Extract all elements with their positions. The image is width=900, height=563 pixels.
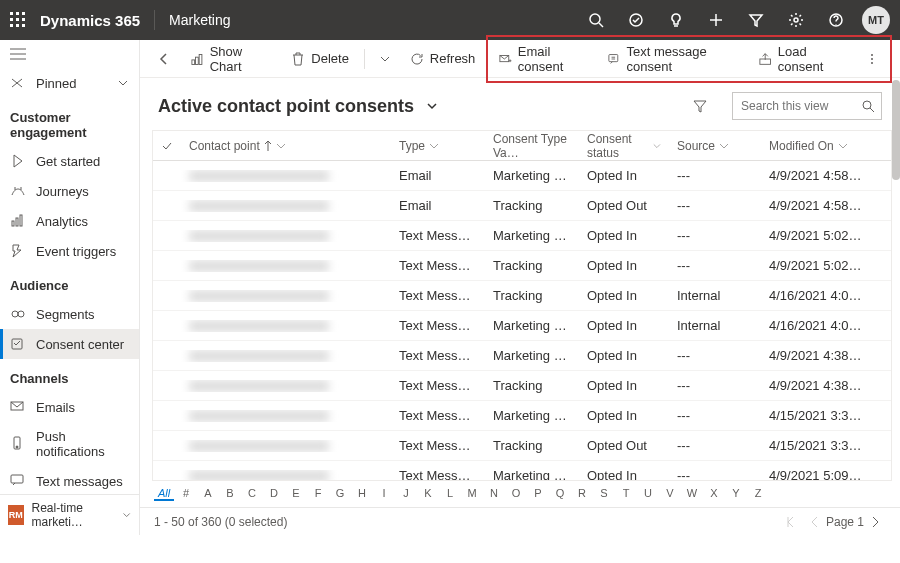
svg-rect-35	[199, 54, 202, 64]
push-icon	[10, 436, 26, 452]
sidebar-item-consent-center[interactable]: Consent center	[0, 329, 139, 359]
alpha-X[interactable]: X	[704, 487, 724, 501]
alpha-All[interactable]: All	[154, 487, 174, 501]
next-page-icon[interactable]	[868, 515, 882, 529]
hamburger-icon[interactable]	[10, 48, 26, 60]
more-commands-button[interactable]	[856, 47, 888, 71]
sidebar-item-journeys[interactable]: Journeys	[0, 176, 139, 206]
alpha-S[interactable]: S	[594, 487, 614, 501]
alpha-D[interactable]: D	[264, 487, 284, 501]
table-row[interactable]: Text MessageTrackingOpted Out---4/15/202…	[153, 431, 891, 461]
table-row[interactable]: EmailMarketing Co…Opted In---4/9/2021 4:…	[153, 161, 891, 191]
table-row[interactable]: Text MessageTrackingOpted In---4/9/2021 …	[153, 251, 891, 281]
alpha-O[interactable]: O	[506, 487, 526, 501]
sidebar-item-analytics[interactable]: Analytics	[0, 206, 139, 236]
first-page-icon[interactable]	[786, 515, 800, 529]
delete-button[interactable]: Delete	[282, 46, 358, 71]
cell-status: Opted In	[579, 378, 669, 393]
select-all-checkbox[interactable]	[153, 140, 181, 152]
search-icon[interactable]	[861, 99, 875, 113]
delete-dropdown[interactable]	[371, 49, 399, 69]
alpha-A[interactable]: A	[198, 487, 218, 501]
alpha-J[interactable]: J	[396, 487, 416, 501]
alpha-C[interactable]: C	[242, 487, 262, 501]
sort-asc-icon	[264, 141, 272, 151]
text-consent-button[interactable]: Text message consent	[599, 39, 750, 79]
svg-rect-1	[16, 12, 19, 15]
email-consent-button[interactable]: Email consent	[490, 39, 599, 79]
alpha-filter: All#ABCDEFGHIJKLMNOPQRSTUVWXYZ	[140, 481, 900, 507]
search-input[interactable]	[732, 92, 882, 120]
table-row[interactable]: Text MessageMarketing Co…Opted In---4/9/…	[153, 461, 891, 481]
table-row[interactable]: EmailTrackingOpted Out---4/9/2021 4:58 …	[153, 191, 891, 221]
table-row[interactable]: Text MessageTrackingOpted InInternal4/16…	[153, 281, 891, 311]
sidebar-item-label: Get started	[36, 154, 100, 169]
alpha-B[interactable]: B	[220, 487, 240, 501]
col-type[interactable]: Type	[391, 139, 485, 153]
scrollbar[interactable]	[892, 80, 900, 180]
cell-modified: 4/9/2021 4:58 …	[761, 168, 871, 183]
area-badge: RM	[8, 505, 24, 525]
sidebar-item-get-started[interactable]: Get started	[0, 146, 139, 176]
cell-source: Internal	[669, 318, 761, 333]
alpha-N[interactable]: N	[484, 487, 504, 501]
alpha-E[interactable]: E	[286, 487, 306, 501]
col-status[interactable]: Consent status	[579, 132, 669, 160]
cell-source: ---	[669, 378, 761, 393]
sidebar-item-emails[interactable]: Emails	[0, 392, 139, 422]
alpha-P[interactable]: P	[528, 487, 548, 501]
alpha-K[interactable]: K	[418, 487, 438, 501]
col-source[interactable]: Source	[669, 139, 761, 153]
alpha-Z[interactable]: Z	[748, 487, 768, 501]
load-consent-button[interactable]: Load consent	[750, 39, 856, 79]
alpha-R[interactable]: R	[572, 487, 592, 501]
redacted-value	[189, 350, 329, 362]
view-title[interactable]: Active contact point consents	[158, 96, 414, 117]
divider	[154, 10, 155, 30]
prev-page-icon[interactable]	[808, 515, 822, 529]
journey-icon	[10, 183, 26, 199]
table-row[interactable]: Text MessageMarketing Co…Opted In---4/15…	[153, 401, 891, 431]
show-chart-button[interactable]: Show Chart	[182, 39, 280, 79]
alpha-F[interactable]: F	[308, 487, 328, 501]
alpha-Y[interactable]: Y	[726, 487, 746, 501]
sidebar-item-segments[interactable]: Segments	[0, 299, 139, 329]
alpha-L[interactable]: L	[440, 487, 460, 501]
chevron-down-icon[interactable]	[426, 100, 438, 112]
alpha-#[interactable]: #	[176, 487, 196, 501]
waffle-icon[interactable]	[10, 12, 26, 28]
alpha-G[interactable]: G	[330, 487, 350, 501]
redacted-value	[189, 410, 329, 422]
svg-point-40	[871, 58, 873, 60]
refresh-button[interactable]: Refresh	[401, 46, 485, 71]
table-row[interactable]: Text MessageMarketing Co…Opted InInterna…	[153, 311, 891, 341]
alpha-U[interactable]: U	[638, 487, 658, 501]
sidebar-item-event-triggers[interactable]: Event triggers	[0, 236, 139, 266]
alpha-W[interactable]: W	[682, 487, 702, 501]
col-consent-type[interactable]: Consent Type Va…	[485, 132, 579, 160]
cell-modified: 4/9/2021 4:38 …	[761, 378, 871, 393]
area-switcher[interactable]: RM Real-time marketi…	[0, 494, 139, 535]
alpha-I[interactable]: I	[374, 487, 394, 501]
alpha-M[interactable]: M	[462, 487, 482, 501]
svg-rect-8	[22, 24, 25, 27]
check-icon	[161, 140, 173, 152]
pin-icon	[10, 75, 26, 91]
alpha-H[interactable]: H	[352, 487, 372, 501]
sidebar-pinned[interactable]: Pinned	[0, 68, 139, 98]
sidebar-item-text-messages[interactable]: Text messages	[0, 466, 139, 496]
table-row[interactable]: Text MessageTrackingOpted In---4/9/2021 …	[153, 371, 891, 401]
cell-source: ---	[669, 438, 761, 453]
cell-source: ---	[669, 408, 761, 423]
alpha-V[interactable]: V	[660, 487, 680, 501]
table-row[interactable]: Text MessageMarketing Co…Opted In---4/9/…	[153, 341, 891, 371]
table-row[interactable]: Text MessageMarketing Co…Opted In---4/9/…	[153, 221, 891, 251]
back-button[interactable]	[148, 47, 180, 71]
col-modified[interactable]: Modified On	[761, 139, 871, 153]
alpha-Q[interactable]: Q	[550, 487, 570, 501]
avatar[interactable]: MT	[862, 6, 890, 34]
alpha-T[interactable]: T	[616, 487, 636, 501]
filter-icon[interactable]	[692, 98, 708, 114]
col-contact-point[interactable]: Contact point	[181, 139, 391, 153]
sidebar-item-push-notifications[interactable]: Push notifications	[0, 422, 139, 466]
